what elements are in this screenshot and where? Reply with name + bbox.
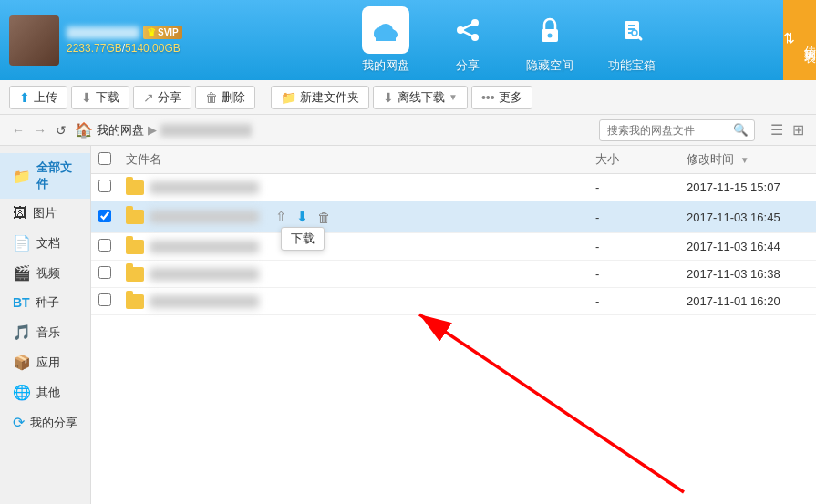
view-toggle: ☰ ⊞	[768, 121, 807, 139]
user-info: ♛ SVIP 2233.77GB/5140.00GB	[67, 26, 182, 55]
file-list-container: 📁 全部文件 🖼 图片 📄 文档 🎬 视频 BT 种子 🎵 音乐 📦 应用 🌐	[0, 146, 816, 504]
sidebar-item-bt-label: 种子	[36, 294, 59, 311]
row-date-cell: 2017-11-15 15:07	[679, 174, 816, 201]
svg-line-18	[419, 314, 684, 492]
sidebar-item-other[interactable]: 🌐 其他	[0, 377, 90, 407]
nav-tools[interactable]: 功能宝箱	[604, 6, 659, 74]
name-column-header[interactable]: 文件名	[119, 146, 588, 174]
svg-line-9	[460, 30, 475, 37]
nav-mycloud[interactable]: 我的网盘	[358, 6, 413, 74]
offline-dropdown-arrow: ▼	[449, 92, 458, 102]
row-actions: ⇧ ⬇ 下载 🗑	[274, 207, 333, 227]
main-file-area: 文件名 大小 修改时间 ▼	[91, 146, 816, 504]
offline-download-button[interactable]: ⬇ 离线下载 ▼	[373, 86, 468, 109]
sidebar-item-photos[interactable]: 🖼 图片	[0, 199, 90, 228]
grid-view-button[interactable]: ⊞	[790, 121, 807, 139]
table-row: ⇧ ⬇ 🗑 - 2017-11-03 16:44	[91, 233, 816, 261]
row-checkbox-cell[interactable]	[91, 261, 119, 288]
toolbar: ⬆ 上传 ⬇ 下载 ↗ 分享 🗑 删除 📁 新建文件夹 ⬇ 离线下载 ▼ •••…	[0, 80, 816, 115]
apps-icon: 📦	[13, 354, 31, 371]
storage-info: 2233.77GB/5140.00GB	[67, 42, 182, 55]
sidebar-item-videos[interactable]: 🎬 视频	[0, 258, 90, 288]
row-checkbox[interactable]	[98, 180, 111, 192]
sidebar-item-bt[interactable]: BT 种子	[0, 288, 90, 317]
list-view-button[interactable]: ☰	[768, 121, 786, 139]
row-share-btn[interactable]: ⇧	[274, 207, 289, 227]
docs-icon: 📄	[13, 234, 31, 252]
search-button[interactable]: 🔍	[728, 120, 754, 140]
refresh-button[interactable]: ↺	[53, 123, 69, 138]
nav-hidden-label: 隐藏空间	[526, 57, 573, 74]
breadcrumb-home[interactable]: 我的网盘	[97, 122, 144, 139]
folder-icon	[126, 210, 144, 224]
row-checkbox-cell[interactable]	[91, 233, 119, 261]
row-checkbox[interactable]	[98, 239, 111, 252]
sidebar-item-music[interactable]: 🎵 音乐	[0, 317, 90, 347]
transfer-list-button[interactable]: ⇄ 传输列表	[783, 0, 816, 80]
row-download-btn[interactable]: ⬇	[294, 207, 310, 226]
table-row: ⇧ ⬇ 下载 🗑 - 2017-11-03 16:45	[91, 201, 816, 233]
svg-rect-4	[376, 34, 396, 41]
file-name	[150, 295, 259, 308]
row-delete-btn[interactable]: 🗑	[315, 208, 333, 227]
back-button[interactable]: ←	[9, 123, 27, 138]
music-icon: 🎵	[13, 324, 31, 341]
search-input[interactable]	[600, 124, 728, 137]
nav-mycloud-label: 我的网盘	[362, 57, 409, 74]
date-column-header[interactable]: 修改时间 ▼	[679, 146, 816, 174]
videos-icon: 🎬	[13, 264, 31, 282]
cloud-icon	[371, 15, 400, 45]
more-button[interactable]: ••• 更多	[471, 86, 532, 109]
row-checkbox[interactable]	[98, 293, 111, 306]
nav-share[interactable]: 分享	[440, 6, 495, 74]
select-all-header[interactable]	[91, 146, 119, 174]
download-tooltip-box: 下载	[281, 227, 325, 251]
delete-icon: 🗑	[205, 90, 218, 105]
row-checkbox-cell[interactable]	[91, 288, 119, 315]
navigation-arrows: ← → ↺	[9, 123, 69, 138]
row-date-cell: 2017-11-01 16:20	[679, 288, 816, 315]
select-all-checkbox[interactable]	[98, 152, 111, 165]
upload-button[interactable]: ⬆ 上传	[9, 86, 67, 109]
row-checkbox-cell[interactable]	[91, 201, 119, 233]
home-icon: 🏠	[75, 121, 93, 139]
row-size-cell: -	[588, 233, 679, 261]
share-icon	[451, 14, 484, 46]
file-name	[150, 241, 259, 253]
row-checkbox[interactable]	[98, 210, 111, 222]
share-button[interactable]: ↗ 分享	[133, 86, 191, 109]
row-size-cell: -	[588, 261, 679, 288]
nav-hidden[interactable]: 隐藏空间	[522, 6, 577, 74]
folder-icon	[126, 294, 144, 309]
svg-line-8	[460, 23, 475, 30]
new-folder-button[interactable]: 📁 新建文件夹	[271, 86, 369, 109]
row-checkbox[interactable]	[98, 266, 111, 279]
delete-button[interactable]: 🗑 删除	[195, 86, 255, 109]
sidebar-item-music-label: 音乐	[36, 324, 60, 341]
sidebar: 📁 全部文件 🖼 图片 📄 文档 🎬 视频 BT 种子 🎵 音乐 📦 应用 🌐	[0, 146, 91, 504]
row-date-cell: 2017-11-03 16:38	[679, 261, 816, 288]
table-row: ⇧ ⬇ 🗑 - 2017-11-01 16:20	[91, 288, 816, 315]
upload-icon: ⬆	[19, 90, 30, 105]
sidebar-item-docs[interactable]: 📄 文档	[0, 228, 90, 258]
tools-icon	[615, 14, 648, 46]
forward-button[interactable]: →	[31, 123, 49, 138]
table-row: ⇧ ⬇ 🗑 - 2017-11-03 16:38	[91, 261, 816, 288]
row-checkbox-cell[interactable]	[91, 174, 119, 201]
sidebar-item-myshare[interactable]: ⟳ 我的分享	[0, 407, 90, 437]
sidebar-item-myshare-label: 我的分享	[30, 415, 77, 431]
sidebar-item-apps[interactable]: 📦 应用	[0, 347, 90, 377]
row-date-cell: 2017-11-03 16:44	[679, 233, 816, 261]
download-button[interactable]: ⬇ 下载	[71, 86, 129, 109]
toolbar-separator	[263, 88, 263, 107]
row-size-cell: -	[588, 288, 679, 315]
sidebar-item-docs-label: 文档	[36, 235, 60, 252]
row-size-cell: -	[588, 201, 679, 233]
size-column-header[interactable]: 大小	[588, 146, 679, 174]
svg-point-11	[547, 34, 552, 38]
photos-icon: 🖼	[13, 205, 27, 221]
sidebar-item-all[interactable]: 📁 全部文件	[0, 153, 90, 199]
search-box: 🔍	[599, 119, 755, 141]
row-name-cell: ⇧ ⬇ 🗑	[119, 288, 588, 315]
sidebar-item-photos-label: 图片	[33, 205, 57, 221]
